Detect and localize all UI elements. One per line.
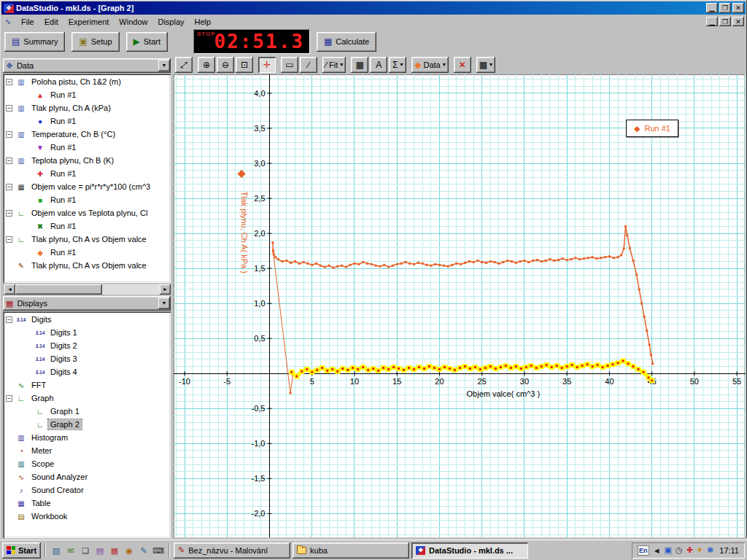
start-button[interactable]: ▶ Start [126,32,168,52]
data-item-1[interactable]: −▥Poloha pistu, Ch 1&2 (m) [4,75,171,88]
menu-window[interactable]: Window [114,16,152,28]
display-item-scope[interactable]: ▥Scope [4,457,171,470]
child-window-icon[interactable]: ∿ [3,17,13,26]
collapse-toggle[interactable]: − [6,158,12,164]
quicklaunch-icon-2[interactable]: ✉ [64,544,77,557]
zoom-select-button[interactable]: ⊡ [236,57,253,73]
display-item-meter[interactable]: ◔Meter [4,444,171,457]
antivirus-icon[interactable]: ✚ [686,545,693,555]
display-item-digits-3[interactable]: 3.14Digits 3 [4,352,171,365]
collapse-toggle[interactable]: − [6,395,12,402]
child-restore-button[interactable]: ❐ [719,17,731,26]
child-close-button[interactable]: ✕ [732,17,744,26]
zoom-in-button[interactable]: ⊕ [198,57,215,73]
collapse-toggle[interactable]: − [6,79,12,85]
task-button-paint[interactable]: ✎ Bez_názvu - Malování [174,542,290,559]
run-item[interactable]: ■Run #1 [4,193,171,206]
data-panel-hscrollbar[interactable]: ◄ ► [4,284,171,295]
quicklaunch-icon-7[interactable]: ✎ [137,544,150,557]
run-item[interactable]: ▲Run #1 [4,88,171,101]
display-item-digits[interactable]: −3.14Digits [4,313,171,326]
display-item-table[interactable]: ▦Table [4,497,171,510]
data-item-3[interactable]: −▥Temperature, Ch B (°C) [4,128,171,141]
menu-help[interactable]: Help [190,16,217,28]
display-settings-icon[interactable]: ▣ [665,545,672,555]
data-panel-header[interactable]: ❖ Data ▼ [3,58,171,73]
menu-experiment[interactable]: Experiment [63,16,115,28]
taskbar-clock[interactable]: 17:11 [719,546,739,555]
smart-tool-button[interactable]: ✛ [258,57,276,73]
task-button-kuba-folder[interactable]: kuba [293,542,409,559]
data-tree[interactable]: −▥Poloha pistu, Ch 1&2 (m)▲Run #1−▥Tlak … [3,74,171,283]
display-item-graph[interactable]: −∟Graph [4,392,171,405]
quicklaunch-icon-4[interactable]: ▤ [93,544,107,557]
data-item-8[interactable]: ✎Tlak plynu, Ch A vs Objem valce [4,259,171,272]
messenger-icon[interactable]: ❋ [707,545,713,555]
keyboard-language-indicator[interactable]: En [638,545,649,556]
displays-tree[interactable]: −3.14Digits3.14Digits 13.14Digits 23.14D… [3,311,171,538]
quicklaunch-icon-6[interactable]: ◉ [123,544,136,557]
data-item-6[interactable]: −∟Objem valce vs Teplota plynu, Cl [4,206,171,219]
run-item[interactable]: ▼Run #1 [4,141,171,154]
quicklaunch-icon-8[interactable]: ⌨ [152,544,165,557]
text-tool-button[interactable]: A [370,57,387,73]
slope-tool-button[interactable]: ∕ [300,57,317,73]
collapse-toggle[interactable]: − [6,105,12,112]
display-item-graph-1[interactable]: ∟Graph 1 [4,405,171,418]
remove-button[interactable]: ✕ [454,57,471,73]
task-button-datastudio[interactable]: ❖ DataStudio - mkl.ds ... [411,542,528,559]
run-item[interactable]: ●Run #1 [4,114,171,128]
display-item-graph-2[interactable]: ∟Graph 2 [4,418,171,431]
display-item-digits-1[interactable]: 3.14Digits 1 [4,326,171,339]
scheduler-icon[interactable]: ◷ [676,545,683,555]
display-item-sound-analyzer[interactable]: ∿Sound Analyzer [4,470,171,483]
run-item[interactable]: ✖Run #1 [4,219,171,233]
display-item-digits-4[interactable]: 3.14Digits 4 [4,365,171,378]
data-item-5[interactable]: −▦Objem valce = pi*r*r*y*100 (cm^3 [4,180,171,193]
display-item-fft[interactable]: ∿FFT [4,378,171,392]
collapse-toggle[interactable]: − [6,210,12,217]
display-item-histogram[interactable]: ▥Histogram [4,431,171,444]
minimize-button[interactable]: ▁ [706,3,718,13]
display-item-sound-creator[interactable]: ♪Sound Creator [4,483,171,497]
menu-edit[interactable]: Edit [39,16,63,28]
graph-settings-menu-button[interactable]: ▦▾ [476,57,495,73]
data-item-7[interactable]: −∟Tlak plynu, Ch A vs Objem valce [4,233,171,246]
scale-to-fit-button[interactable]: ⤢ [175,57,193,73]
scroll-right-button[interactable]: ► [160,284,171,295]
network-icon[interactable]: ✦ [697,545,703,555]
calculator-tool-button[interactable]: ▦ [351,57,368,73]
zoom-out-button[interactable]: ⊖ [217,57,234,73]
scroll-track[interactable] [15,284,160,295]
run-item[interactable]: ◆Run #1 [4,246,171,259]
note-tool-button[interactable]: ▭ [281,57,298,73]
quicklaunch-icon-5[interactable]: ▦ [108,544,121,557]
fit-menu-button[interactable]: ∕Fit▾ [322,57,346,73]
quicklaunch-icon-1[interactable]: ▨ [50,544,63,557]
data-panel-menu-button[interactable]: ▼ [158,60,170,71]
statistics-menu-button[interactable]: Σ▾ [389,57,406,73]
run-item[interactable]: ✚Run #1 [4,167,171,180]
display-item-digits-2[interactable]: 3.14Digits 2 [4,339,171,352]
collapse-toggle[interactable]: − [6,236,12,243]
collapse-toggle[interactable]: − [6,184,12,190]
menu-display[interactable]: Display [152,16,189,28]
graph-canvas[interactable]: -10-55101520253035404550554,03,53,02,52,… [174,74,746,537]
quicklaunch-icon-3[interactable]: ❏ [79,544,92,557]
collapse-toggle[interactable]: − [6,131,12,138]
display-item-workbook[interactable]: ▤Workbook [4,510,171,523]
displays-panel-menu-button[interactable]: ▼ [158,298,170,309]
data-menu-button[interactable]: ◆Data▾ [411,57,449,73]
menu-file[interactable]: File [16,16,39,28]
restore-button[interactable]: ❐ [719,3,731,13]
data-item-4[interactable]: −▥Teplota plynu, Ch B (K) [4,154,171,167]
volume-icon[interactable]: ◄ [653,546,661,555]
scroll-left-button[interactable]: ◄ [4,284,15,295]
graph-legend[interactable]: ◆ Run #1 [626,120,678,137]
setup-button[interactable]: ▣ Setup [71,32,119,52]
collapse-toggle[interactable]: − [6,316,12,323]
summary-button[interactable]: ▤ Summary [4,32,65,52]
start-menu-button[interactable]: Start [2,542,41,559]
data-item-2[interactable]: −▥Tlak plynu, Ch A (kPa) [4,101,171,114]
displays-panel-header[interactable]: ▦ Displays ▼ [3,296,171,311]
